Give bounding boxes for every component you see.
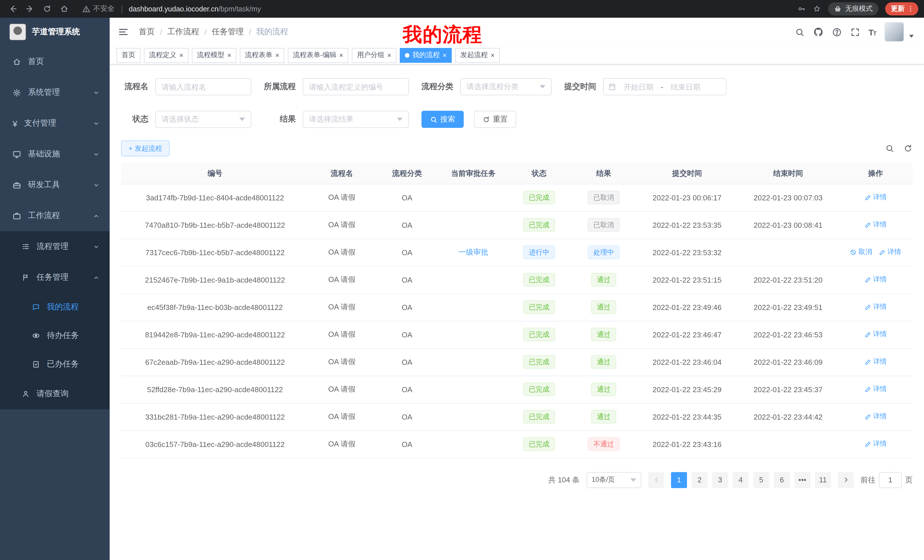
tab-label: 发起流程	[460, 50, 488, 60]
close-icon[interactable]: ×	[227, 52, 231, 58]
page-button[interactable]: 4	[733, 472, 748, 488]
cancel-link[interactable]: 取消	[850, 247, 872, 257]
detail-label: 详情	[873, 275, 886, 284]
tab-process-definition[interactable]: 流程定义×	[144, 48, 189, 63]
tab-process-form[interactable]: 流程表单×	[240, 48, 284, 63]
reset-button[interactable]: 重置	[474, 111, 516, 128]
back-icon[interactable]	[6, 2, 20, 16]
goto-page-input[interactable]	[879, 472, 902, 488]
font-size-icon[interactable]: TT	[868, 27, 876, 37]
detail-link[interactable]: 详情	[864, 357, 886, 367]
end-date-input[interactable]	[666, 82, 706, 91]
result-select[interactable]: 请选择流结果	[303, 111, 409, 128]
home-icon[interactable]	[57, 2, 71, 16]
sidebar-item-devtools[interactable]: 研发工具	[0, 169, 110, 201]
process-name-input[interactable]	[155, 78, 251, 95]
status-badge: 已完成	[523, 437, 555, 451]
search-button[interactable]: 搜索	[422, 111, 464, 128]
tab-process-model[interactable]: 流程模型×	[192, 48, 236, 63]
submit-time-range-picker[interactable]: -	[603, 78, 726, 95]
cell-submit-time: 2022-01-22 23:51:15	[636, 266, 738, 293]
avatar[interactable]	[885, 22, 904, 42]
breadcrumb-item-home[interactable]: 首页	[139, 27, 155, 37]
detail-label: 详情	[873, 439, 886, 449]
pagination: 共 104 条 10条/页 1 2 3 4 5 6	[121, 472, 913, 488]
sidebar-item-done-tasks[interactable]: 已办任务	[0, 350, 110, 379]
sidebar-item-system[interactable]: 系统管理	[0, 77, 110, 108]
detail-link[interactable]: 详情	[864, 385, 886, 394]
tab-process-form-edit[interactable]: 流程表单-编辑×	[288, 48, 348, 63]
sidebar-item-process-management[interactable]: 流程管理	[0, 231, 110, 262]
bookmark-star-icon[interactable]	[813, 4, 821, 13]
hamburger-icon[interactable]	[118, 27, 129, 37]
prev-page-button[interactable]	[648, 472, 664, 488]
refresh-table-icon[interactable]	[903, 144, 913, 153]
detail-link[interactable]: 详情	[879, 247, 901, 257]
search-toggle-icon[interactable]	[885, 144, 894, 153]
more-pages-button[interactable]: •••	[794, 472, 810, 488]
start-date-input[interactable]	[618, 82, 658, 91]
tab-home[interactable]: 首页	[117, 48, 141, 63]
category-select[interactable]: 请选择流程分类	[460, 78, 552, 95]
close-icon[interactable]: ×	[490, 52, 495, 58]
github-icon[interactable]	[813, 27, 823, 37]
close-icon[interactable]: ×	[275, 52, 279, 58]
next-page-button[interactable]	[838, 472, 854, 488]
clipboard-check-icon	[32, 360, 40, 368]
sidebar-item-my-processes[interactable]: 我的流程	[0, 293, 110, 321]
detail-link[interactable]: 详情	[864, 439, 886, 449]
detail-link[interactable]: 详情	[864, 302, 886, 312]
sidebar-item-label: 已办任务	[47, 359, 79, 369]
cell-submit-time: 2022-01-22 23:46:47	[636, 321, 738, 348]
page-button[interactable]: 6	[774, 472, 790, 488]
menu-dots-icon[interactable]	[907, 5, 914, 13]
warning-icon	[82, 5, 90, 13]
sidebar-item-task-management[interactable]: 任务管理	[0, 262, 110, 293]
detail-link[interactable]: 详情	[864, 220, 886, 230]
fullscreen-icon[interactable]	[850, 27, 860, 37]
process-definition-label: 所属流程	[264, 82, 296, 92]
chevron-down-icon[interactable]	[909, 34, 914, 37]
page-button[interactable]: 2	[692, 472, 708, 488]
detail-link[interactable]: 详情	[864, 193, 886, 202]
close-icon[interactable]: ×	[339, 52, 343, 58]
sidebar-item-leave-query[interactable]: 请假查询	[0, 379, 110, 409]
breadcrumb-separator: /	[160, 27, 162, 36]
page-button[interactable]: 3	[712, 472, 728, 488]
key-icon[interactable]	[797, 4, 806, 13]
detail-link[interactable]: 详情	[864, 275, 886, 284]
address-bar[interactable]: 不安全 dashboard.yudao.iocoder.cn/bpm/task/…	[82, 4, 797, 14]
reload-icon[interactable]	[40, 2, 54, 16]
breadcrumb-item-workflow[interactable]: 工作流程	[167, 27, 199, 37]
update-button[interactable]: 更新	[885, 2, 918, 15]
sidebar-item-todo-tasks[interactable]: 待办任务	[0, 321, 110, 350]
status-select[interactable]: 请选择状态	[155, 111, 251, 128]
tab-initiate-process[interactable]: 发起流程×	[455, 48, 500, 63]
tab-my-processes[interactable]: 我的流程×	[400, 48, 452, 63]
process-definition-input[interactable]	[303, 78, 409, 95]
app-logo[interactable]: 芋道管理系统	[0, 18, 110, 46]
close-icon[interactable]: ×	[179, 52, 183, 58]
goto-label: 前往	[861, 475, 876, 485]
range-separator: -	[661, 82, 663, 91]
current-task-link[interactable]: 一级审批	[459, 248, 488, 256]
close-icon[interactable]: ×	[442, 52, 447, 58]
page-size-select[interactable]: 10条/页	[586, 472, 641, 488]
page-button[interactable]: 1	[671, 472, 687, 488]
help-icon[interactable]	[832, 27, 842, 37]
sidebar-item-home[interactable]: 首页	[0, 46, 110, 77]
sidebar-item-payment[interactable]: ¥ 支付管理	[0, 108, 110, 139]
detail-link[interactable]: 详情	[864, 412, 886, 422]
tab-user-group[interactable]: 用户分组×	[352, 48, 396, 63]
sidebar-item-infrastructure[interactable]: 基础设施	[0, 139, 110, 169]
breadcrumb-item-task-management[interactable]: 任务管理	[212, 27, 244, 37]
detail-link[interactable]: 详情	[864, 329, 886, 339]
search-icon[interactable]	[795, 27, 804, 37]
close-icon[interactable]: ×	[387, 52, 391, 58]
page-button[interactable]: 5	[753, 472, 769, 488]
forward-icon[interactable]	[23, 2, 36, 16]
initiate-process-button[interactable]: + 发起流程	[121, 141, 170, 156]
chevron-down-icon	[630, 478, 636, 482]
sidebar-item-workflow[interactable]: 工作流程	[0, 201, 110, 231]
page-button[interactable]: 11	[815, 472, 831, 488]
